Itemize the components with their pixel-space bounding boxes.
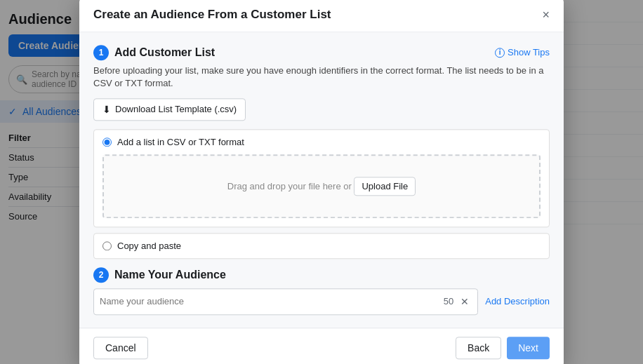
csv-radio-label[interactable]: Add a list in CSV or TXT format	[94, 130, 549, 154]
audience-name-input[interactable]	[100, 297, 444, 307]
step1-description: Before uploading your list, make sure yo…	[93, 65, 550, 90]
name-input-row[interactable]: 50 ✕	[93, 288, 478, 315]
step2-title: Name Your Audience	[114, 269, 550, 281]
download-icon: ⬇	[102, 104, 111, 115]
step1-header: 1 Add Customer List i Show Tips	[93, 45, 550, 60]
modal-footer: Cancel Back Next	[79, 328, 564, 364]
footer-right-buttons: Back Next	[456, 337, 550, 359]
download-template-button[interactable]: ⬇ Download List Template (.csv)	[93, 98, 246, 121]
step2-header: 2 Name Your Audience	[93, 267, 550, 283]
add-description-link[interactable]: Add Description	[485, 297, 550, 307]
clear-input-button[interactable]: ✕	[458, 296, 472, 307]
modal-title: Create an Audience From a Customer List	[93, 8, 331, 22]
step1-number: 1	[93, 45, 109, 60]
modal-close-button[interactable]: ×	[542, 8, 550, 21]
show-tips-label: Show Tips	[508, 47, 550, 58]
step2-section: 2 Name Your Audience 50 ✕ Add Descriptio…	[93, 267, 550, 315]
show-tips-link[interactable]: i Show Tips	[495, 47, 550, 58]
modal-header: Create an Audience From a Customer List …	[79, 0, 564, 32]
upload-hint-text: Drag and drop your file here or	[227, 181, 352, 191]
modal-body: 1 Add Customer List i Show Tips Before u…	[79, 32, 564, 328]
paste-radio-label[interactable]: Copy and paste	[94, 234, 549, 258]
cancel-button[interactable]: Cancel	[93, 337, 148, 359]
back-button[interactable]: Back	[456, 337, 501, 359]
info-icon: i	[495, 48, 505, 58]
step2-number: 2	[93, 267, 109, 283]
step1-title: Add Customer List	[114, 46, 495, 59]
paste-radio-input[interactable]	[102, 241, 112, 250]
paste-radio-text: Copy and paste	[117, 241, 181, 251]
csv-radio-text: Add a list in CSV or TXT format	[117, 137, 244, 147]
name-input-container: 50 ✕ Add Description	[93, 288, 550, 315]
create-audience-modal: Create an Audience From a Customer List …	[79, 0, 564, 364]
csv-radio-option: Add a list in CSV or TXT format Drag and…	[93, 129, 550, 227]
csv-radio-input[interactable]	[102, 137, 112, 147]
upload-file-button[interactable]: Upload File	[354, 177, 416, 196]
upload-area: Drag and drop your file here or Upload F…	[102, 154, 541, 218]
paste-radio-option: Copy and paste	[93, 233, 550, 259]
close-icon: ✕	[460, 296, 469, 307]
download-btn-label: Download List Template (.csv)	[115, 105, 237, 115]
next-button[interactable]: Next	[507, 337, 550, 359]
char-count: 50	[444, 297, 453, 307]
